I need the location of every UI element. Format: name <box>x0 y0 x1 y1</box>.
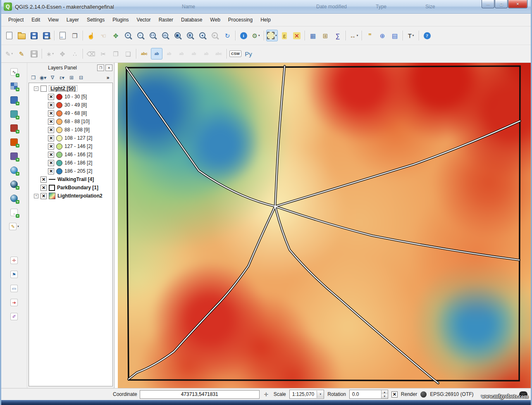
add-wcs-layer-button[interactable]: + <box>8 179 20 190</box>
pan-to-selection-button[interactable]: ✥ <box>110 30 122 41</box>
new-bookmark-button[interactable]: ⊕ <box>377 30 388 41</box>
menu-layer[interactable]: Layer <box>63 15 83 25</box>
class-checkbox[interactable]: ✕ <box>48 94 54 100</box>
menu-edit[interactable]: Edit <box>28 15 44 25</box>
layer-row[interactable]: +✕LightInterpolation2 <box>29 192 112 200</box>
layer-label[interactable]: ParkBoundary [1] <box>57 185 98 191</box>
filter-legend-button[interactable]: ∇ <box>48 74 57 82</box>
menu-database[interactable]: Database <box>177 15 206 25</box>
node-tool-button[interactable]: ∴ <box>69 48 81 60</box>
zoom-next-button[interactable]: ▸ <box>209 30 221 41</box>
new-project-button[interactable] <box>3 30 15 41</box>
add-raster-layer-button[interactable]: + <box>8 80 20 92</box>
csw-search-button[interactable]: CSW <box>229 48 242 60</box>
class-checkbox[interactable]: ✕ <box>48 102 54 108</box>
map-tips-button[interactable]: ❞ <box>364 30 376 41</box>
move-feature-button[interactable]: ✥ <box>57 48 68 60</box>
show-hide-labels-button[interactable]: ab <box>176 48 187 60</box>
coordinate-capture-button[interactable]: ✛ <box>8 255 20 266</box>
layer-label[interactable]: Light2 [50] <box>49 85 77 92</box>
deselect-features-button[interactable]: ✕ <box>291 30 303 41</box>
layer-checkbox[interactable]: ✕ <box>41 193 47 199</box>
menu-view[interactable]: View <box>44 15 62 25</box>
minimize-button[interactable]: — <box>482 0 494 8</box>
menu-help[interactable]: Help <box>257 15 274 25</box>
change-label-button[interactable]: abc <box>213 48 224 60</box>
export-tool-button[interactable]: ➔ <box>8 297 20 308</box>
help-button[interactable]: ? <box>421 30 433 41</box>
rotation-spinbox[interactable]: 0.0 ▲ ▼ <box>349 390 388 399</box>
spin-up-icon[interactable]: ▲ <box>382 390 388 394</box>
new-composer-button[interactable]: ▭ <box>57 30 68 41</box>
menu-raster[interactable]: Raster <box>155 15 177 25</box>
collapse-all-button[interactable]: ⊟ <box>77 74 85 82</box>
save-project-as-button[interactable]: ✎ <box>41 30 52 41</box>
measure-button[interactable]: ↔▾ <box>348 30 360 41</box>
text-annotation-button[interactable]: T▾ <box>405 30 417 41</box>
touch-zoom-button[interactable]: ☝ <box>85 30 97 41</box>
menu-plugins[interactable]: Plugins <box>109 15 132 25</box>
layer-checkbox[interactable]: ✕ <box>41 185 47 191</box>
spin-down-icon[interactable]: ▼ <box>382 394 388 398</box>
filter-expression-button[interactable]: ε▾ <box>58 74 66 82</box>
zoom-out-button[interactable]: − <box>135 30 146 41</box>
pin-labels-button[interactable]: ab <box>163 48 175 60</box>
menu-vector[interactable]: Vector <box>133 15 155 25</box>
paste-features-button[interactable]: ❑ <box>122 48 134 60</box>
zoom-to-selection-button[interactable]: ▦ <box>172 30 184 41</box>
map-canvas[interactable] <box>115 63 531 388</box>
rotate-label-button[interactable]: ab <box>200 48 212 60</box>
panel-float-button[interactable]: ❐ <box>97 64 104 71</box>
add-mssql-layer-button[interactable]: + <box>8 122 20 134</box>
class-checkbox[interactable]: ✕ <box>48 127 54 133</box>
open-project-button[interactable] <box>16 30 27 41</box>
scale-combobox[interactable]: 1:125,070 ▾ <box>289 390 324 399</box>
add-vector-layer-button[interactable]: ∿+ <box>8 66 20 78</box>
add-spatialite-layer-button[interactable]: + <box>8 108 20 120</box>
statistics-button[interactable]: ∑ <box>332 30 344 41</box>
class-checkbox[interactable]: ✕ <box>48 135 54 141</box>
identify-features-button[interactable]: i <box>238 30 249 41</box>
style-brush-button[interactable]: ✐ <box>8 311 20 322</box>
zoom-native-button[interactable]: 1:1 <box>147 30 159 41</box>
extents-toggle-icon[interactable]: ✛ <box>262 390 270 398</box>
zoom-last-button[interactable]: ◂ <box>197 30 208 41</box>
maximize-button[interactable]: ▢ <box>495 0 508 8</box>
add-feature-button[interactable]: ∗▾ <box>44 48 56 60</box>
crs-label[interactable]: EPSG:26910 (OTF) <box>430 391 473 397</box>
copy-features-button[interactable]: ❐ <box>110 48 122 60</box>
attribute-table-button[interactable]: ▦ <box>307 30 319 41</box>
menu-project[interactable]: Project <box>5 15 27 25</box>
add-delimited-text-layer-button[interactable]: ,+ <box>8 207 20 218</box>
add-postgis-layer-button[interactable]: + <box>8 94 20 106</box>
save-edits-button[interactable] <box>28 48 40 60</box>
panel-overflow-button[interactable]: » <box>104 74 112 82</box>
field-calculator-button[interactable]: ⊞ <box>320 30 331 41</box>
feature-action-button[interactable]: ⚙▾ <box>250 30 262 41</box>
layer-label[interactable]: LightInterpolation2 <box>57 193 103 199</box>
refresh-map-button[interactable]: ↻ <box>222 30 233 41</box>
close-button[interactable]: ✕ <box>508 0 527 8</box>
tree-expander-icon[interactable]: − <box>34 86 38 91</box>
tree-expander-icon[interactable]: + <box>34 194 38 198</box>
layer-row[interactable]: ✕ParkBoundary [1] <box>29 183 112 192</box>
coordinate-input[interactable] <box>140 390 260 399</box>
expand-all-button[interactable]: ⊞ <box>67 74 76 82</box>
select-by-expression-button[interactable]: ε <box>279 30 290 41</box>
class-checkbox[interactable]: ✕ <box>48 152 54 158</box>
layer-row[interactable]: ✕WalkingTrail [4] <box>29 175 112 183</box>
layer-row-light2[interactable]: −Light2 [50] <box>29 84 112 93</box>
zoom-full-button[interactable]: ▭ <box>160 30 171 41</box>
menu-settings[interactable]: Settings <box>83 15 108 25</box>
python-console-button[interactable]: Py <box>243 48 254 60</box>
class-checkbox[interactable]: ✕ <box>48 168 54 174</box>
class-checkbox[interactable]: ✕ <box>48 119 54 125</box>
add-wfs-layer-button[interactable]: + <box>8 193 20 204</box>
add-virtual-layer-button[interactable]: + <box>8 150 20 162</box>
layer-visibility-button[interactable]: ◉▾ <box>39 74 47 82</box>
move-label-button[interactable]: ab <box>188 48 200 60</box>
class-checkbox[interactable]: ✕ <box>48 143 54 150</box>
add-group-button[interactable]: ❒ <box>29 74 38 82</box>
add-wms-layer-button[interactable]: + <box>8 164 20 176</box>
layer-checkbox[interactable]: ✕ <box>41 176 47 183</box>
